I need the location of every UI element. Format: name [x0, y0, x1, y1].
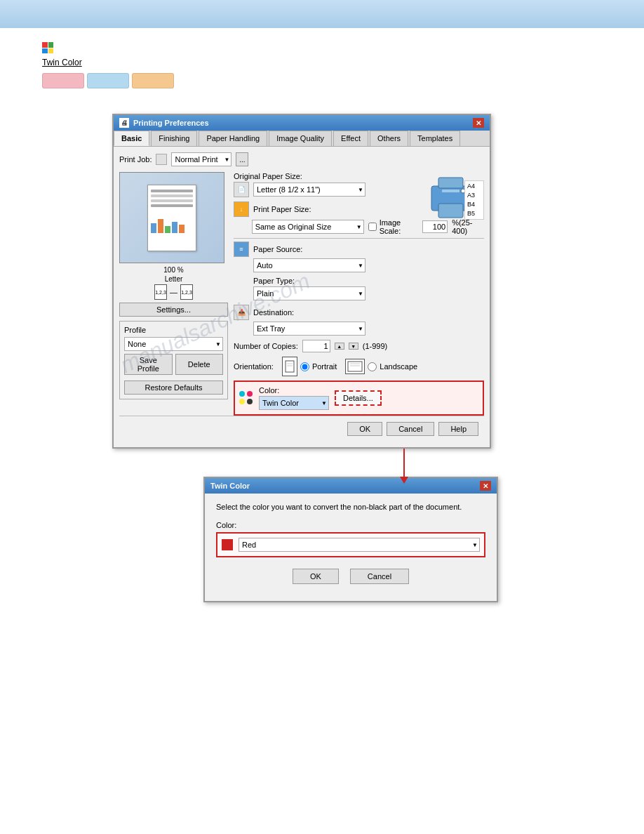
dot-black	[247, 399, 253, 404]
dialog-main: 100 % Letter 1,2,3 — 1,2,3 Settings...	[119, 172, 484, 416]
preview-area	[119, 172, 224, 263]
twin-color-title: Twin Color	[210, 482, 250, 490]
color-select-wrapper: Twin Color	[259, 396, 329, 410]
copies-input[interactable]	[302, 340, 330, 352]
landscape-label: Landscape	[380, 362, 417, 371]
orientation-label: Orientation:	[234, 362, 274, 371]
preview-line-1	[151, 190, 193, 192]
top-banner	[0, 0, 644, 28]
twin-color-close-button[interactable]: ✕	[480, 481, 491, 491]
dialog-title-icon: 🖨	[119, 118, 129, 128]
tab-image-quality[interactable]: Image Quality	[269, 131, 332, 146]
print-paper-size-select[interactable]: Same as Original Size	[252, 220, 364, 234]
image-scale-checkbox-label: Image Scale:	[368, 218, 419, 235]
copies-row: Number of Copies: ▲ ▼ (1-999)	[234, 340, 484, 352]
details-button[interactable]: Details...	[335, 390, 382, 406]
portrait-radio[interactable]	[300, 362, 309, 371]
portrait-label: Portrait	[312, 362, 337, 371]
tab-basic[interactable]: Basic	[114, 131, 149, 146]
destination-label-row: 📥 Destination:	[234, 305, 484, 320]
copies-down-btn[interactable]: ▼	[349, 343, 358, 350]
dot-magenta	[247, 391, 253, 397]
copies-up-btn[interactable]: ▲	[335, 343, 344, 350]
icon-block	[42, 42, 602, 53]
dialog-body: Print Job: Normal Print ...	[114, 147, 490, 447]
twin-color-select[interactable]: Red	[239, 538, 480, 552]
swatch-orange	[132, 73, 174, 88]
paper-source-select[interactable]: Auto	[253, 258, 365, 272]
twin-color-titlebar: Twin Color ✕	[205, 478, 497, 494]
print-job-icon	[156, 154, 167, 165]
swatch-blue	[87, 73, 129, 88]
tab-templates[interactable]: Templates	[410, 131, 460, 146]
preview-chart	[148, 213, 196, 234]
chart-bar-5	[179, 225, 185, 233]
svg-rect-8	[348, 362, 362, 371]
print-paper-size-label: Print Paper Size:	[253, 205, 311, 213]
profile-label: Profile	[124, 326, 223, 334]
dialog-titlebar: 🖨 Printing Preferences ✕	[114, 115, 490, 131]
dialogs-area: manualsarchive.com 🖨 Printing Preference…	[42, 114, 602, 602]
dialog-title: Printing Preferences	[133, 119, 209, 127]
color-section: Color: Twin Color Details...	[234, 380, 484, 416]
page-icon-1: 1,2,3	[154, 284, 167, 300]
original-paper-size-select[interactable]: Letter (8 1/2 x 11")	[253, 183, 365, 197]
copies-range: (1-999)	[363, 342, 387, 350]
profile-section: Profile None Save Profile Delete Restore…	[119, 321, 228, 399]
image-scale-label-text: Image Scale:	[380, 218, 419, 235]
paper-type-row: Plain	[234, 286, 484, 300]
cancel-button[interactable]: Cancel	[387, 422, 434, 436]
paper-type-select[interactable]: Plain	[253, 286, 365, 300]
tab-effect[interactable]: Effect	[333, 131, 368, 146]
save-profile-button[interactable]: Save Profile	[124, 354, 173, 375]
twin-color-titlebar-left: Twin Color	[210, 482, 250, 490]
profile-select-wrapper: None	[124, 337, 223, 351]
paper-source-row: Auto	[234, 258, 484, 272]
portrait-icon	[282, 357, 297, 376]
landscape-option[interactable]: Landscape	[345, 359, 417, 374]
color-label: Color:	[259, 386, 329, 395]
destination-row: Ext Tray	[234, 322, 484, 336]
twin-cancel-button[interactable]: Cancel	[350, 569, 409, 584]
color-mode-icon	[42, 42, 53, 53]
ok-button[interactable]: OK	[347, 422, 382, 436]
svg-rect-1	[438, 178, 463, 188]
print-paper-size-select-wrapper: Same as Original Size	[252, 220, 364, 234]
print-job-extra-btn[interactable]: ...	[236, 152, 248, 166]
swatch-pink	[42, 73, 84, 88]
orientation-row: Orientation: Portrait	[234, 357, 484, 376]
color-select[interactable]: Twin Color	[259, 396, 329, 410]
print-job-label: Print Job:	[119, 155, 152, 164]
landscape-radio[interactable]	[368, 362, 377, 371]
twin-color-select-wrapper: Red	[239, 538, 480, 552]
portrait-option[interactable]: Portrait	[282, 357, 337, 376]
delete-button[interactable]: Delete	[175, 354, 224, 375]
close-button[interactable]: ✕	[473, 118, 484, 128]
chart-bar-1	[151, 223, 156, 233]
paper-type-label: Paper Type:	[234, 277, 484, 285]
print-job-select[interactable]: Normal Print	[171, 152, 232, 166]
destination-select[interactable]: Ext Tray	[253, 322, 365, 336]
tab-finishing[interactable]: Finishing	[151, 131, 197, 146]
preview-line-4	[151, 204, 193, 207]
tab-others[interactable]: Others	[370, 131, 408, 146]
image-scale-checkbox[interactable]	[368, 223, 377, 231]
settings-button[interactable]: Settings...	[119, 303, 228, 317]
twin-ok-button[interactable]: OK	[293, 569, 339, 584]
preview-line-2	[151, 194, 193, 197]
profile-select[interactable]: None	[124, 337, 223, 351]
landscape-icon	[345, 359, 365, 374]
help-button[interactable]: Help	[438, 422, 478, 436]
color-field-group: Color: Twin Color	[259, 386, 329, 410]
restore-defaults-button[interactable]: Restore Defaults	[124, 380, 223, 395]
original-size-icon: 📄	[234, 182, 249, 197]
twin-footer: OK Cancel	[216, 569, 485, 593]
page-icon-2: 1,2,3	[180, 284, 193, 300]
red-color-swatch	[222, 539, 233, 550]
paper-source-icon: ≡	[234, 241, 249, 257]
destination-label: Destination:	[253, 308, 294, 317]
paper-size-a4: A4	[467, 182, 481, 191]
dot-yellow	[239, 399, 245, 404]
paper-size-a3: A3	[467, 191, 481, 200]
tab-paper-handling[interactable]: Paper Handling	[199, 131, 267, 146]
